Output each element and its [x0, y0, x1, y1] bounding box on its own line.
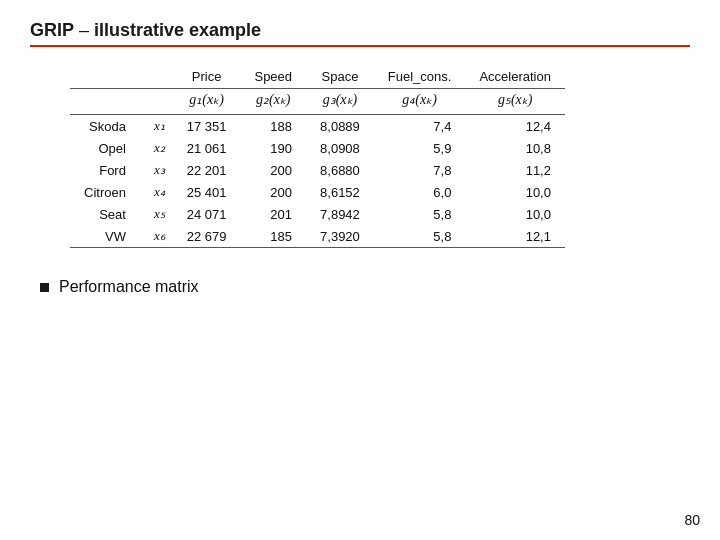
var-cell: x₃ [140, 159, 173, 181]
fuel-cell: 5,9 [374, 137, 466, 159]
col-header-var [140, 65, 173, 89]
car-name-cell: Ford [70, 159, 140, 181]
price-cell: 24 071 [173, 203, 241, 225]
bottom-section: Performance matrix [30, 278, 690, 296]
car-name-cell: Citroen [70, 181, 140, 203]
var-cell: x₁ [140, 115, 173, 138]
car-name-cell: Opel [70, 137, 140, 159]
col-header-price: Price [173, 65, 241, 89]
col-header-speed: Speed [240, 65, 306, 89]
speed-cell: 188 [240, 115, 306, 138]
price-cell: 21 061 [173, 137, 241, 159]
col-header-name [70, 65, 140, 89]
performance-table: Price Speed Space Fuel_cons. Acceleratio… [70, 65, 565, 248]
space-cell: 7,3920 [306, 225, 374, 248]
table-row: Citroen x₄ 25 401 200 8,6152 6,0 10,0 [70, 181, 565, 203]
space-cell: 8,0908 [306, 137, 374, 159]
formula-g1: g₁(xₖ) [173, 89, 241, 115]
formula-empty1 [70, 89, 140, 115]
space-cell: 8,0889 [306, 115, 374, 138]
speed-cell: 190 [240, 137, 306, 159]
speed-cell: 185 [240, 225, 306, 248]
col-header-space: Space [306, 65, 374, 89]
accel-cell: 12,4 [465, 115, 565, 138]
space-cell: 8,6152 [306, 181, 374, 203]
formula-g3: g₃(xₖ) [306, 89, 374, 115]
price-cell: 17 351 [173, 115, 241, 138]
speed-cell: 200 [240, 181, 306, 203]
fuel-cell: 5,8 [374, 225, 466, 248]
title-separator: – [74, 20, 94, 40]
fuel-cell: 5,8 [374, 203, 466, 225]
bullet-icon [40, 283, 49, 292]
page-container: GRIP – illustrative example Price Speed … [0, 0, 720, 540]
fuel-cell: 7,8 [374, 159, 466, 181]
table-row: Seat x₅ 24 071 201 7,8942 5,8 10,0 [70, 203, 565, 225]
formula-g2: g₂(xₖ) [240, 89, 306, 115]
accel-cell: 10,0 [465, 181, 565, 203]
title-section: GRIP – illustrative example [30, 20, 690, 47]
table-row: VW x₆ 22 679 185 7,3920 5,8 12,1 [70, 225, 565, 248]
page-title: GRIP – illustrative example [30, 20, 690, 41]
col-header-accel: Acceleration [465, 65, 565, 89]
col-header-fuel: Fuel_cons. [374, 65, 466, 89]
speed-cell: 200 [240, 159, 306, 181]
accel-cell: 12,1 [465, 225, 565, 248]
table-row: Opel x₂ 21 061 190 8,0908 5,9 10,8 [70, 137, 565, 159]
car-name-cell: Seat [70, 203, 140, 225]
table-row: Skoda x₁ 17 351 188 8,0889 7,4 12,4 [70, 115, 565, 138]
speed-cell: 201 [240, 203, 306, 225]
performance-matrix-label: Performance matrix [59, 278, 199, 296]
var-cell: x₂ [140, 137, 173, 159]
column-header-row: Price Speed Space Fuel_cons. Acceleratio… [70, 65, 565, 89]
formula-g4: g₄(xₖ) [374, 89, 466, 115]
car-name-cell: VW [70, 225, 140, 248]
space-cell: 7,8942 [306, 203, 374, 225]
accel-cell: 10,0 [465, 203, 565, 225]
var-cell: x₅ [140, 203, 173, 225]
var-cell: x₆ [140, 225, 173, 248]
page-number: 80 [684, 512, 700, 528]
formula-header-row: g₁(xₖ) g₂(xₖ) g₃(xₖ) g₄(xₖ) g₅(xₖ) [70, 89, 565, 115]
title-main: GRIP [30, 20, 74, 40]
var-cell: x₄ [140, 181, 173, 203]
fuel-cell: 6,0 [374, 181, 466, 203]
car-name-cell: Skoda [70, 115, 140, 138]
formula-empty2 [140, 89, 173, 115]
title-underline [30, 45, 690, 47]
price-cell: 22 679 [173, 225, 241, 248]
price-cell: 22 201 [173, 159, 241, 181]
price-cell: 25 401 [173, 181, 241, 203]
table-wrapper: Price Speed Space Fuel_cons. Acceleratio… [70, 65, 690, 248]
accel-cell: 11,2 [465, 159, 565, 181]
accel-cell: 10,8 [465, 137, 565, 159]
table-row: Ford x₃ 22 201 200 8,6880 7,8 11,2 [70, 159, 565, 181]
fuel-cell: 7,4 [374, 115, 466, 138]
title-sub: illustrative example [94, 20, 261, 40]
formula-g5: g₅(xₖ) [465, 89, 565, 115]
table-body: Skoda x₁ 17 351 188 8,0889 7,4 12,4 Opel… [70, 115, 565, 248]
space-cell: 8,6880 [306, 159, 374, 181]
